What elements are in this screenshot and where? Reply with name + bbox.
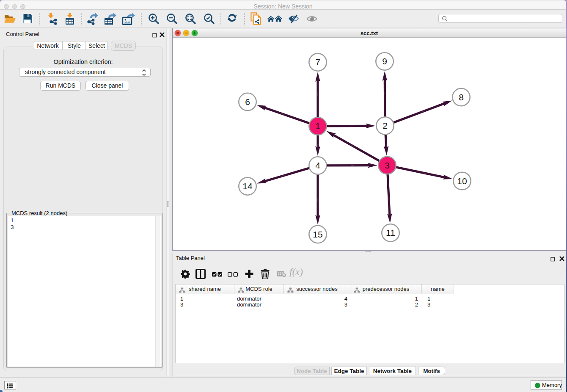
svg-text:7: 7 [315,57,320,67]
svg-text:2: 2 [383,121,388,130]
svg-text:8: 8 [459,92,464,102]
svg-text:14: 14 [242,181,253,191]
svg-text:9: 9 [382,56,387,66]
svg-text:6: 6 [245,97,250,107]
svg-text:11: 11 [386,228,395,237]
svg-text:15: 15 [313,229,322,239]
svg-text:4: 4 [315,160,320,170]
svg-text:10: 10 [457,176,467,186]
svg-text:3: 3 [385,160,390,170]
svg-text:1: 1 [315,121,320,131]
